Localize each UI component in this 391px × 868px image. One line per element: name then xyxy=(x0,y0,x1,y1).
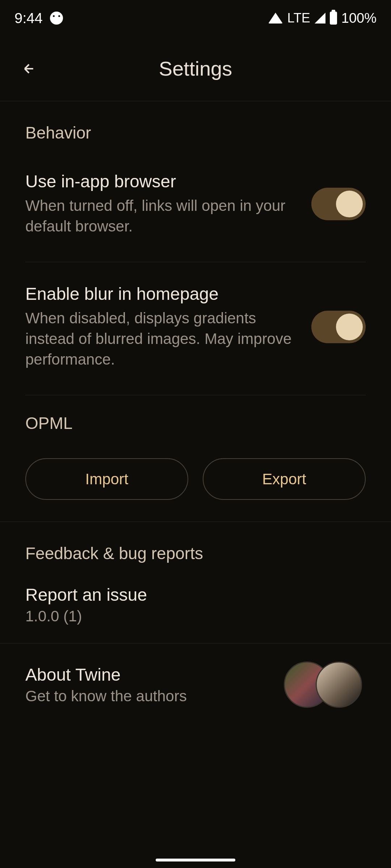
blur-homepage-desc: When disabled, displays gradients instea… xyxy=(25,308,297,370)
import-button[interactable]: Import xyxy=(25,458,188,500)
in-app-browser-toggle[interactable] xyxy=(311,188,366,220)
status-bar: 9:44 LTE 100% xyxy=(0,0,391,36)
navigation-bar-indicator[interactable] xyxy=(156,859,235,861)
back-button[interactable] xyxy=(18,58,40,80)
version-label: 1.0.0 (1) xyxy=(25,608,366,625)
opml-button-row: Import Export xyxy=(25,447,366,522)
page-header: Settings xyxy=(0,36,391,101)
status-left: 9:44 xyxy=(14,10,63,26)
blur-homepage-title: Enable blur in homepage xyxy=(25,284,297,304)
status-right: LTE 100% xyxy=(268,10,377,26)
notification-icon xyxy=(50,12,63,25)
in-app-browser-title: Use in-app browser xyxy=(25,171,297,191)
behavior-section-header: Behavior xyxy=(25,101,366,157)
report-issue-item[interactable]: Report an issue 1.0.0 (1) xyxy=(25,578,366,643)
divider xyxy=(25,395,366,395)
wifi-icon xyxy=(268,13,283,24)
in-app-browser-row[interactable]: Use in-app browser When turned off, link… xyxy=(25,157,366,255)
export-button[interactable]: Export xyxy=(203,458,366,500)
page-title: Settings xyxy=(159,57,232,80)
battery-icon xyxy=(330,12,337,25)
about-text: About Twine Get to know the authors xyxy=(25,665,284,705)
about-subtitle: Get to know the authors xyxy=(25,688,284,705)
blur-homepage-toggle[interactable] xyxy=(311,311,366,343)
about-item[interactable]: About Twine Get to know the authors xyxy=(25,643,366,726)
opml-section-header: OPML xyxy=(25,403,366,447)
about-title: About Twine xyxy=(25,665,284,685)
blur-homepage-row[interactable]: Enable blur in homepage When disabled, d… xyxy=(25,269,366,388)
in-app-browser-desc: When turned off, links will open in your… xyxy=(25,196,297,237)
status-time: 9:44 xyxy=(14,10,43,26)
divider xyxy=(25,262,366,262)
report-issue-text: Report an issue 1.0.0 (1) xyxy=(25,585,366,625)
back-arrow-icon xyxy=(22,61,36,76)
battery-label: 100% xyxy=(341,10,377,26)
avatar xyxy=(316,661,362,708)
feedback-section-header: Feedback & bug reports xyxy=(25,522,366,578)
signal-icon xyxy=(315,13,325,24)
report-issue-title: Report an issue xyxy=(25,585,366,605)
lte-label: LTE xyxy=(287,10,310,26)
content-area: Behavior Use in-app browser When turned … xyxy=(0,101,391,726)
blur-homepage-text: Enable blur in homepage When disabled, d… xyxy=(25,284,311,370)
in-app-browser-text: Use in-app browser When turned off, link… xyxy=(25,171,311,237)
author-avatars xyxy=(284,661,362,708)
